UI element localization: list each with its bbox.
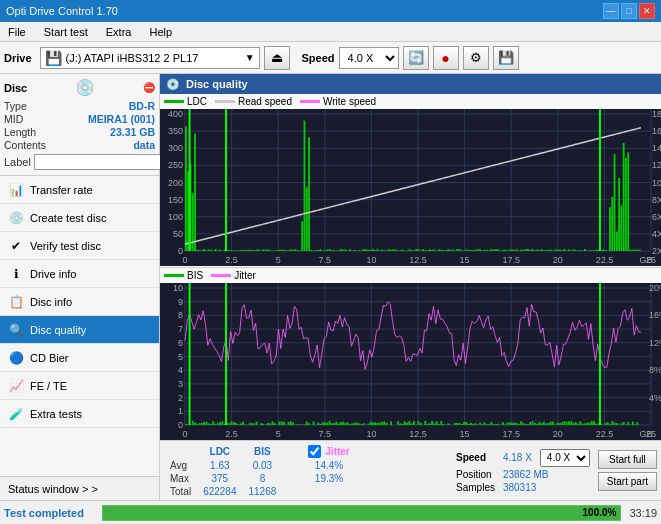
status-text: Test completed (4, 507, 94, 519)
status-window-button[interactable]: Status window > > (0, 476, 159, 500)
menu-bar: File Start test Extra Help (0, 22, 661, 42)
drive-select-container: 💾 (J:) ATAPI iHBS312 2 PL17 ▼ (40, 47, 260, 69)
title-bar: Opti Drive Control 1.70 — □ ✕ (0, 0, 661, 22)
legend-read-speed: Read speed (215, 96, 292, 107)
progress-bar-container: Test completed 100.0% 33:19 (0, 500, 661, 524)
nav-create-test-disc[interactable]: 💿 Create test disc (0, 204, 159, 232)
col-ldc: LDC (197, 444, 242, 459)
nav-fe-te-label: FE / TE (30, 380, 67, 392)
total-ldc: 622284 (197, 485, 242, 498)
nav-cd-bier[interactable]: 🔵 CD Bier (0, 344, 159, 372)
speed-select[interactable]: 4.0 X 2.0 X 8.0 X (339, 47, 399, 69)
nav-extra-tests[interactable]: 🧪 Extra tests (0, 400, 159, 428)
disc-info-icon: 📋 (8, 295, 24, 309)
nav-disc-quality-label: Disc quality (30, 324, 86, 336)
disc-label-input[interactable] (34, 154, 167, 170)
menu-file[interactable]: File (4, 24, 30, 40)
drive-select-value: (J:) ATAPI iHBS312 2 PL17 (66, 52, 241, 64)
refresh-button[interactable]: 🔄 (403, 46, 429, 70)
create-test-disc-icon: 💿 (8, 211, 24, 225)
avg-bis: 0.03 (243, 459, 283, 472)
disc-contents-label: Contents (4, 139, 46, 151)
ldc-chart-container: LDC Read speed Write speed (160, 94, 661, 268)
start-part-button[interactable]: Start part (598, 472, 657, 491)
progress-fill (103, 506, 620, 520)
speed-label: Speed (302, 52, 335, 64)
nav-disc-info[interactable]: 📋 Disc info (0, 288, 159, 316)
fe-te-icon: 📈 (8, 379, 24, 393)
disc-type-row: Type BD-R (4, 100, 155, 112)
legend-write-speed: Write speed (300, 96, 376, 107)
nav-cd-bier-label: CD Bier (30, 352, 69, 364)
col-bis: BIS (243, 444, 283, 459)
nav-fe-te[interactable]: 📈 FE / TE (0, 372, 159, 400)
ldc-chart-canvas (160, 109, 661, 266)
action-buttons: Start full Start part (598, 450, 657, 491)
samples-label: Samples (452, 481, 499, 494)
menu-extra[interactable]: Extra (102, 24, 136, 40)
max-jitter: 19.3% (302, 472, 355, 485)
position-value: 23862 MB (499, 468, 594, 481)
disc-header: Disc 💿 ⛔ (4, 78, 155, 97)
disc-length-row: Length 23.31 GB (4, 126, 155, 138)
nav-verify-test-disc-label: Verify test disc (30, 240, 101, 252)
drive-label: Drive (4, 52, 32, 64)
disc-label-row: Label ✎ (4, 153, 155, 171)
nav-disc-quality[interactable]: 🔍 Disc quality (0, 316, 159, 344)
progress-track: 100.0% (102, 505, 621, 521)
nav-create-test-disc-label: Create test disc (30, 212, 106, 224)
minimize-button[interactable]: — (603, 3, 619, 19)
nav-items: 📊 Transfer rate 💿 Create test disc ✔ Ver… (0, 176, 159, 476)
content-area: 💿 Disc quality LDC Read speed (160, 74, 661, 500)
avg-ldc: 1.63 (197, 459, 242, 472)
disc-quality-icon: 🔍 (8, 323, 24, 337)
nav-disc-info-label: Disc info (30, 296, 72, 308)
legend-jitter: Jitter (211, 270, 256, 281)
jitter-check-cell: Jitter (302, 444, 355, 459)
disc-contents-value: data (133, 139, 155, 151)
red-disc-button[interactable]: ● (433, 46, 459, 70)
bis-color (164, 274, 184, 277)
settings-button[interactable]: ⚙ (463, 46, 489, 70)
menu-help[interactable]: Help (145, 24, 176, 40)
ldc-legend: LDC Read speed Write speed (160, 94, 661, 109)
bis-chart-canvas (160, 283, 661, 440)
toolbar: Drive 💾 (J:) ATAPI iHBS312 2 PL17 ▼ ⏏ Sp… (0, 42, 661, 74)
title-bar-title: Opti Drive Control 1.70 (6, 5, 118, 17)
close-button[interactable]: ✕ (639, 3, 655, 19)
verify-test-disc-icon: ✔ (8, 239, 24, 253)
avg-label: Avg (164, 459, 197, 472)
maximize-button[interactable]: □ (621, 3, 637, 19)
legend-bis-label: BIS (187, 270, 203, 281)
disc-length-value: 23.31 GB (110, 126, 155, 138)
stats-table: LDC BIS Jitter Avg (164, 444, 448, 498)
disc-type-value: BD-R (129, 100, 155, 112)
extra-tests-icon: 🧪 (8, 407, 24, 421)
legend-jitter-label: Jitter (234, 270, 256, 281)
max-ldc: 375 (197, 472, 242, 485)
position-label: Position (452, 468, 499, 481)
sidebar: Disc 💿 ⛔ Type BD-R MID MEIRA1 (001) Leng… (0, 74, 160, 500)
disc-length-label: Length (4, 126, 36, 138)
nav-drive-info[interactable]: ℹ Drive info (0, 260, 159, 288)
speed-select-stats[interactable]: 4.0 X (540, 449, 590, 467)
chart-panel-title: Disc quality (186, 78, 248, 90)
speed-measured: 4.18 X (499, 448, 536, 468)
nav-verify-test-disc[interactable]: ✔ Verify test disc (0, 232, 159, 260)
disc-mid-row: MID MEIRA1 (001) (4, 113, 155, 125)
max-label: Max (164, 472, 197, 485)
write-speed-color (300, 100, 320, 103)
main-layout: Disc 💿 ⛔ Type BD-R MID MEIRA1 (001) Leng… (0, 74, 661, 500)
col-header-ldc (164, 444, 197, 459)
eject-button[interactable]: ⏏ (264, 46, 290, 70)
start-full-button[interactable]: Start full (598, 450, 657, 469)
speed-col-header: Speed (452, 448, 499, 468)
nav-transfer-rate[interactable]: 📊 Transfer rate (0, 176, 159, 204)
jitter-checkbox[interactable] (308, 445, 321, 458)
menu-start-test[interactable]: Start test (40, 24, 92, 40)
disc-mid-value: MEIRA1 (001) (88, 113, 155, 125)
save-button[interactable]: 💾 (493, 46, 519, 70)
col-spacer (282, 444, 302, 459)
legend-ldc-label: LDC (187, 96, 207, 107)
nav-extra-tests-label: Extra tests (30, 408, 82, 420)
